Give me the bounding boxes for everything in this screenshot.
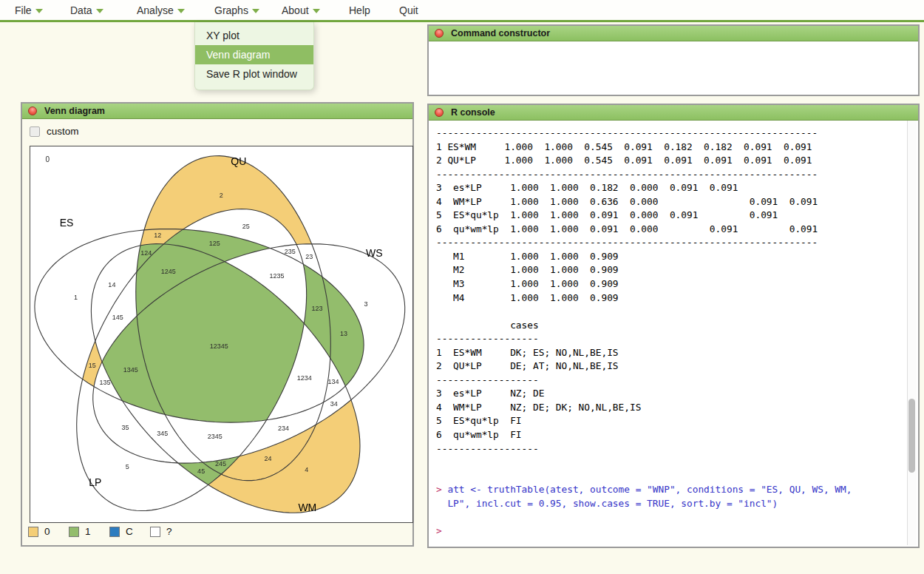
venn-titlebar[interactable]: Venn diagram [22, 104, 412, 119]
venn-legend: 0 1 C ? [28, 526, 191, 537]
legend-item-1: 1 [69, 526, 92, 537]
menu-file[interactable]: File [15, 4, 43, 16]
command-constructor-body[interactable] [429, 41, 918, 94]
command-constructor-window: Command constructor [427, 24, 920, 96]
command-constructor-titlebar[interactable]: Command constructor [429, 26, 918, 41]
legend-label: ? [166, 526, 174, 537]
scrollbar-thumb[interactable] [908, 399, 915, 473]
r-console-titlebar[interactable]: R console [429, 105, 918, 121]
venn-diagram-canvas [30, 146, 412, 522]
menu-graphs[interactable]: Graphs [214, 4, 259, 16]
window-title: R console [451, 107, 495, 118]
menu-quit[interactable]: Quit [399, 4, 418, 16]
legend-item-0: 0 [28, 526, 52, 537]
legend-item-c: C [109, 526, 133, 537]
menu-bar: File Data Analyse Graphs About Help Quit [0, 0, 924, 22]
chevron-down-icon [96, 9, 103, 13]
dropdown-item-venn-diagram[interactable]: Venn diagram [195, 45, 313, 64]
scrollbar-track[interactable] [907, 121, 917, 545]
close-icon[interactable] [28, 107, 37, 115]
console-output: ----------------------------------------… [429, 121, 907, 538]
legend-swatch-contradiction [109, 527, 120, 537]
menu-help[interactable]: Help [349, 4, 370, 16]
r-console-window: R console ------------------------------… [427, 104, 920, 548]
window-title: Command constructor [451, 28, 550, 38]
legend-swatch-0 [28, 527, 38, 537]
legend-label: C [126, 526, 133, 537]
legend-label: 1 [85, 526, 92, 537]
chevron-down-icon [313, 9, 320, 13]
dropdown-item-save-r-plot-window[interactable]: Save R plot window [195, 64, 313, 84]
graphs-dropdown-menu: XY plot Venn diagram Save R plot window [194, 22, 314, 90]
custom-checkbox[interactable] [30, 126, 40, 137]
legend-item-unknown: ? [150, 526, 174, 537]
custom-checkbox-label: custom [47, 126, 79, 137]
menu-data[interactable]: Data [70, 4, 103, 16]
window-title: Venn diagram [44, 106, 105, 116]
legend-label: 0 [44, 526, 52, 537]
r-console-body[interactable]: ----------------------------------------… [429, 121, 907, 547]
close-icon[interactable] [435, 108, 444, 117]
qca-gui-app: File Data Analyse Graphs About Help Quit… [0, 0, 924, 574]
legend-swatch-1 [69, 527, 79, 537]
dropdown-item-xy-plot[interactable]: XY plot [195, 26, 313, 45]
venn-plot-area [30, 146, 413, 523]
chevron-down-icon [177, 9, 185, 13]
venn-diagram-window: Venn diagram custom 0 1 C ? [21, 102, 414, 547]
menu-analyse[interactable]: Analyse [137, 4, 185, 16]
chevron-down-icon [252, 9, 259, 13]
menu-about[interactable]: About [282, 4, 320, 16]
legend-swatch-unknown [150, 527, 160, 537]
close-icon[interactable] [435, 29, 444, 38]
chevron-down-icon [35, 9, 43, 13]
